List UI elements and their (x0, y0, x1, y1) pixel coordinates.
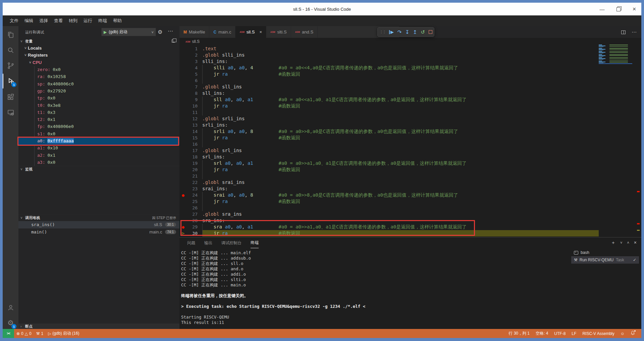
panel-tab-3[interactable]: 终端 (251, 237, 259, 248)
cursor-position[interactable]: 行 30，列 1 (505, 329, 533, 338)
remote-indicator[interactable]: >< (3, 329, 14, 338)
eol-status[interactable]: LF (569, 329, 579, 338)
code-line-30[interactable]: ▷30 jr ra #函数返回 (179, 230, 599, 236)
terminal-list-item-1[interactable]: ⚒Run RISCV-QEMUTask✓ (571, 256, 639, 264)
activity-remote-explorer-icon[interactable] (3, 105, 18, 120)
activity-accounts-icon[interactable] (3, 300, 18, 315)
encoding-status[interactable]: UTF-8 (551, 329, 569, 338)
tree-item-locals[interactable]: ˅Locals (18, 45, 179, 52)
panel-tab-1[interactable]: 输出 (204, 237, 212, 248)
code-line-18[interactable]: 18srl_ins: (179, 154, 599, 160)
activity-explorer-icon[interactable] (3, 27, 18, 42)
notifications-bell-icon[interactable] (628, 329, 638, 338)
code-line-25[interactable]: 25 jr ra #函数返回 (179, 198, 599, 205)
breakpoint-icon[interactable]: ● (179, 224, 187, 230)
problems-status[interactable]: ⊗ 0 △ 0 (14, 329, 34, 338)
menu-item-6[interactable]: 终端 (95, 16, 110, 25)
stack-frame-0[interactable]: sra_ins()sll.S30:1 (18, 221, 179, 228)
register-row-ra[interactable]: ra:0x10258 (18, 73, 179, 80)
continue-icon[interactable]: ▶ (389, 29, 394, 35)
register-row-tp[interactable]: tp:0x0 (18, 94, 179, 101)
terminal-list-item-0[interactable]: bash (571, 249, 639, 256)
code-line-21[interactable]: 21 (179, 173, 599, 179)
register-row-a3[interactable]: a3:0x0 (18, 159, 179, 166)
breadcrumb-file[interactable]: sll.S (192, 39, 200, 44)
register-row-a1[interactable]: a1:0x10 (18, 144, 179, 151)
restart-icon[interactable]: ↺ (421, 29, 425, 35)
debug-config-dropdown[interactable]: ▶ (gdb) 启动 ˅ (101, 28, 156, 36)
breakpoints-section-header[interactable]: › 断点 (18, 324, 179, 329)
code-line-10[interactable]: 10 jr ra #函数返回 (179, 103, 599, 109)
tree-item-registers[interactable]: ˅Registers (18, 52, 179, 59)
callstack-section-header[interactable]: ˅ 调用堆栈 因 STEP 已暂停 (18, 214, 179, 221)
debug-status[interactable]: ▷ (gdb) 启动 (16) (46, 329, 82, 338)
more-actions-icon[interactable]: ⋯ (168, 28, 173, 34)
step-into-icon[interactable]: ↧ (405, 29, 410, 35)
tab-slti-S[interactable]: ASMslti.S (266, 26, 291, 38)
code-line-20[interactable]: 20 jr ra #函数返回 (179, 166, 599, 173)
variables-section-header[interactable]: ˅ 变量 (18, 38, 179, 45)
tree-item-cpu[interactable]: ˅CPU (18, 59, 179, 66)
register-row-fp[interactable]: fp:0x408006e0 (18, 123, 179, 130)
restore-icon[interactable] (615, 6, 621, 12)
feedback-icon[interactable]: ☺ (618, 329, 628, 338)
code-line-13[interactable]: 13srli_ins: (179, 122, 599, 128)
language-mode[interactable]: RISC-V Assembly (579, 329, 617, 338)
menu-item-2[interactable]: 选择 (36, 16, 51, 25)
activity-settings-gear-icon[interactable]: ⚙1 (3, 316, 18, 330)
minimize-icon[interactable]: — (599, 6, 605, 12)
register-row-zero[interactable]: zero:0x0 (18, 66, 179, 73)
new-terminal-icon[interactable]: ＋ (611, 239, 615, 246)
register-row-t1[interactable]: t1:0x3 (18, 109, 179, 116)
close-icon[interactable]: × (631, 6, 637, 12)
code-line-2[interactable]: 2.globl slli_ins (179, 52, 599, 58)
toolbar-drag-handle[interactable]: ⋮⋮ (379, 30, 385, 34)
register-row-sp[interactable]: sp:0x408006c0 (18, 80, 179, 87)
close-panel-icon[interactable]: × (634, 239, 637, 246)
stop-icon[interactable] (429, 30, 432, 34)
breakpoint-icon[interactable]: ● (179, 192, 187, 198)
chevron-down-icon[interactable]: ˅ (620, 239, 622, 246)
indentation-status[interactable]: 空格: 4 (533, 329, 551, 338)
register-row-t0[interactable]: t0:0x3e8 (18, 101, 179, 109)
register-row-a0[interactable]: a0:0xffffaaaa (18, 137, 179, 144)
start-debug-icon[interactable]: ▶ (104, 30, 107, 35)
breadcrumb[interactable]: ASM sll.S (179, 38, 641, 45)
tasks-status[interactable]: ⚒ 1 (34, 329, 46, 338)
code-line-14[interactable]: 14 srli a0, a0, 8 #a0 = a0>>8,a0是C语言调用者传… (179, 128, 599, 135)
menu-item-4[interactable]: 转到 (66, 16, 80, 25)
code-line-29[interactable]: ●29 sra a0, a0, a1 #a0 = a0>>a1,a0、a1是C语… (179, 224, 599, 230)
code-line-11[interactable]: 11 (179, 109, 599, 116)
watch-section-header[interactable]: ˅ 监视 (18, 166, 179, 173)
activity-search-icon[interactable] (3, 43, 18, 58)
code-line-19[interactable]: 19 srl a0, a0, a1 #a0 = a0>>a1,a0、a1是C语言… (179, 160, 599, 166)
code-line-27[interactable]: 27.globl sra_ins (179, 211, 599, 217)
code-line-16[interactable]: 16 (179, 141, 599, 147)
register-row-t2[interactable]: t2:0x1 (18, 116, 179, 123)
activity-run-and-debug-icon[interactable]: 1 (3, 74, 18, 88)
code-line-22[interactable]: 22.globl srai_ins (179, 179, 599, 186)
activity-extensions-icon[interactable] (3, 90, 18, 105)
panel-tab-2[interactable]: 调试控制台 (221, 237, 241, 248)
menu-item-7[interactable]: 帮助 (110, 16, 125, 25)
panel-tab-0[interactable]: 问题 (187, 237, 195, 248)
more-actions-icon[interactable]: ⋯ (632, 29, 637, 35)
current-line-arrow-icon[interactable]: ▷ (179, 230, 187, 236)
collapse-all-icon[interactable] (172, 40, 175, 43)
register-row-s1[interactable]: s1:0x0 (18, 130, 179, 137)
code-line-4[interactable]: 4 slli a0, a0, 4 #a0 = a0<<4,a0是C语言调用者传递… (179, 65, 599, 71)
code-line-12[interactable]: 12.globl srli_ins (179, 116, 599, 122)
menu-item-5[interactable]: 运行 (80, 16, 95, 25)
code-line-3[interactable]: 3slli_ins: (179, 58, 599, 65)
split-editor-icon[interactable] (621, 30, 626, 34)
code-line-23[interactable]: 23srai_ins: (179, 186, 599, 192)
register-row-gp[interactable]: gp:0x27920 (18, 87, 179, 94)
step-out-icon[interactable]: ↥ (413, 29, 417, 35)
code-line-8[interactable]: 8sll_ins: (179, 90, 599, 96)
stack-frame-1[interactable]: main()main.c74:1 (18, 228, 179, 236)
tab-sll-S[interactable]: ASMsll.S× (235, 26, 266, 38)
code-line-9[interactable]: 9 sll a0, a0, a1 #a0 = a0<<a1,a0、a1是C语言调… (179, 96, 599, 103)
activity-source-control-icon[interactable] (3, 58, 18, 73)
terminal-output[interactable]: CC -[M] 正在构建 ... main.elfCC -[M] 正在构建 ..… (181, 250, 570, 325)
maximize-panel-icon[interactable]: ˄ (627, 239, 629, 246)
